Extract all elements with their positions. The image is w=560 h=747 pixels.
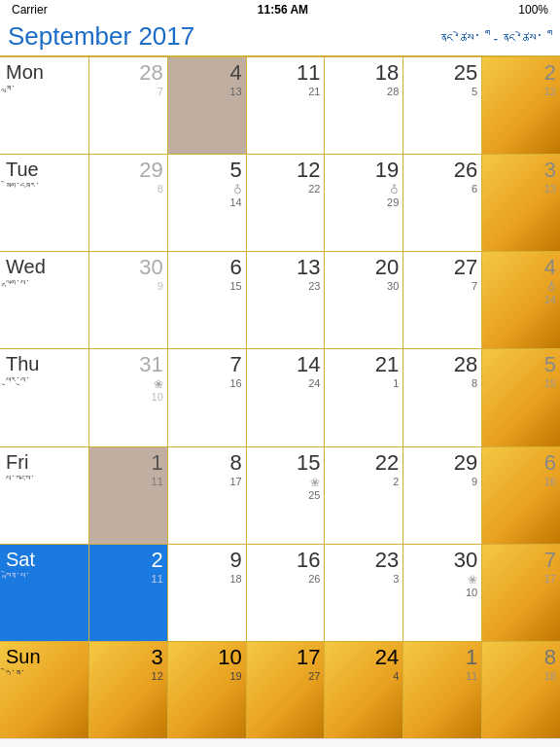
dow-mon: Mon [6, 61, 85, 84]
dow-tib-tue: མིག་དམར་ [6, 181, 85, 192]
carrier: Carrier [12, 3, 48, 17]
cell-fri-w7[interactable]: 1 11 [403, 642, 481, 738]
dow-tib-thu: ཕུར་བུ་ [6, 375, 85, 386]
cell-fri-w2[interactable]: 26 6 [403, 155, 481, 252]
day-label-sat: Sat སྤེན་པ་ [0, 545, 89, 642]
cell-thu-w5[interactable]: 22 2 [325, 447, 402, 545]
cell-fri-w4[interactable]: 28 8 [403, 349, 481, 446]
cell-wed-w2[interactable]: 12 22 [247, 155, 325, 252]
day-label-wed: Wed ལྷག་པ་ [0, 252, 89, 349]
day-label-thu: Thu ཕུར་བུ་ [0, 349, 89, 446]
cell-tue-w1[interactable]: 4 13 [168, 57, 246, 155]
col-fri: 25 5 26 6 27 7 28 8 29 9 30 ❀ 10 [403, 57, 482, 738]
col-mon: 28 7 29 8 30 9 31 ❀ 10 1 11 [89, 57, 168, 738]
dow-fri: Fri [6, 451, 85, 474]
cell-wed-w7[interactable]: 17 27 [247, 642, 325, 738]
cell-thu-w1[interactable]: 18 28 [325, 57, 402, 155]
dow-sun: Sun [6, 646, 85, 668]
day-label-fri: Fri པ་སངས་ [0, 447, 89, 545]
battery: 100% [518, 3, 548, 17]
day-label-tue: Tue མིག་དམར་ [0, 155, 89, 252]
day-label-sun: Sun ཉི་མ་ [0, 642, 89, 738]
cell-sun-w1[interactable]: 2 12 [482, 57, 560, 155]
cell-tue-w3[interactable]: 6 15 [168, 252, 246, 349]
cell-tue-w7[interactable]: 10 19 [168, 642, 246, 738]
cell-mon-w1[interactable]: 28 7 [89, 57, 167, 155]
cell-thu-w7[interactable]: 24 4 [325, 642, 402, 738]
dow-tue: Tue [6, 159, 85, 181]
cell-mon-w6[interactable]: 2 11 [89, 545, 167, 642]
day-label-mon: Mon ཟླ་ [0, 57, 89, 155]
month-year-title: September 2017 [8, 21, 194, 52]
cell-mon-w4[interactable]: 31 ❀ 10 [89, 349, 167, 446]
cell-tue-w6[interactable]: 9 18 [168, 545, 246, 642]
cell-sun-w6[interactable]: 7 17 [482, 545, 560, 642]
dow-wed: Wed [6, 256, 85, 278]
cell-thu-w6[interactable]: 23 3 [325, 545, 402, 642]
cell-thu-w3[interactable]: 20 30 [325, 252, 402, 349]
cell-sun-w4[interactable]: 5 15 [482, 349, 560, 446]
dow-tib-fri: པ་སངས་ [6, 474, 85, 484]
cell-tue-w4[interactable]: 7 16 [168, 349, 246, 446]
nav-prev[interactable]: ◁ [133, 741, 148, 748]
dow-tib-wed: ལྷག་པ་ [6, 278, 85, 289]
dow-sat: Sat [6, 549, 85, 571]
dow-tib-sun: ཉི་མ་ [6, 668, 85, 679]
cell-fri-w5[interactable]: 29 9 [403, 447, 481, 545]
cell-wed-w1[interactable]: 11 21 [247, 57, 325, 155]
dow-tib-mon: ཟླ་ [6, 84, 85, 94]
nav-next[interactable]: ▷ [413, 741, 428, 748]
cell-wed-w6[interactable]: 16 26 [247, 545, 325, 642]
cell-wed-w4[interactable]: 14 24 [247, 349, 325, 446]
cell-thu-w2[interactable]: 19 ♁ 29 [325, 155, 402, 252]
col-sun: 2 12 3 13 4 ♁ 14 5 15 6 16 7 17 [482, 57, 560, 738]
calendar-header: September 2017 ནང་ཚེས་ ག - ནང་ཚེས་ ག [0, 19, 560, 57]
cell-fri-w3[interactable]: 27 7 [403, 252, 481, 349]
col-tue: 4 13 5 ♁ 14 6 15 7 16 8 17 9 18 [168, 57, 247, 738]
time: 11:56 AM [258, 3, 308, 17]
calendar-body: Mon ཟླ་ Tue མིག་དམར་ Wed ལྷག་པ་ Thu ཕུར་… [0, 57, 560, 738]
cell-mon-w2[interactable]: 29 8 [89, 155, 167, 252]
cell-mon-w7[interactable]: 3 12 [89, 642, 167, 738]
dates-area: 28 7 29 8 30 9 31 ❀ 10 1 11 [89, 57, 560, 738]
bottom-bar: ◁ ▷ [0, 738, 560, 747]
cell-tue-w5[interactable]: 8 17 [168, 447, 246, 545]
status-bar: Carrier 11:56 AM 100% [0, 0, 560, 19]
cell-wed-w3[interactable]: 13 23 [247, 252, 325, 349]
cell-fri-w6[interactable]: 30 ❀ 10 [403, 545, 481, 642]
cell-thu-w4[interactable]: 21 1 [325, 349, 402, 446]
cell-sun-w2[interactable]: 3 13 [482, 155, 560, 252]
dow-thu: Thu [6, 353, 85, 375]
cell-sun-w7[interactable]: 8 18 [482, 642, 560, 738]
cell-sun-w3[interactable]: 4 ♁ 14 [482, 252, 560, 349]
tibetan-header: ནང་ཚེས་ ག - ནང་ཚེས་ ག [439, 27, 552, 47]
cell-tue-w2[interactable]: 5 ♁ 14 [168, 155, 246, 252]
cell-mon-w3[interactable]: 30 9 [89, 252, 167, 349]
cell-wed-w5[interactable]: 15 ❀ 25 [247, 447, 325, 545]
day-labels-column: Mon ཟླ་ Tue མིག་དམར་ Wed ལྷག་པ་ Thu ཕུར་… [0, 57, 89, 738]
cell-mon-w5[interactable]: 1 11 [89, 447, 167, 545]
col-thu: 18 28 19 ♁ 29 20 30 21 1 22 2 23 3 [325, 57, 403, 738]
cell-sun-w5[interactable]: 6 16 [482, 447, 560, 545]
dow-tib-sat: སྤེན་པ་ [6, 571, 85, 582]
cell-fri-w1[interactable]: 25 5 [403, 57, 481, 155]
col-wed: 11 21 12 22 13 23 14 24 15 ❀ 25 16 [247, 57, 326, 738]
